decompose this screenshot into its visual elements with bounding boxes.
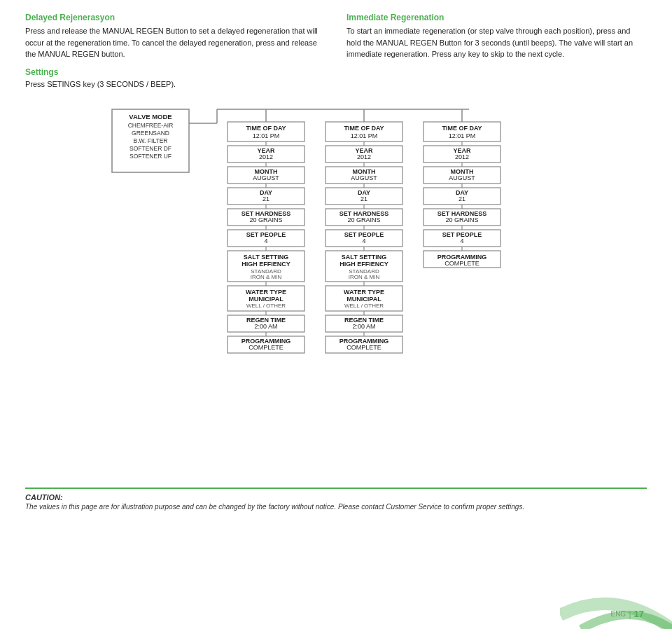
svg-text:SOFTENER UF: SOFTENER UF — [130, 153, 172, 160]
svg-text:COMPLETE: COMPLETE — [346, 344, 382, 351]
svg-text:2:00 AM: 2:00 AM — [352, 323, 375, 330]
svg-text:TIME OF DAY: TIME OF DAY — [246, 125, 286, 132]
settings-title: Settings — [25, 67, 326, 77]
svg-text:20 GRAINS: 20 GRAINS — [347, 216, 380, 223]
svg-text:TIME OF DAY: TIME OF DAY — [442, 125, 482, 132]
svg-text:WATER TYPE: WATER TYPE — [246, 289, 286, 296]
svg-text:WATER TYPE: WATER TYPE — [344, 289, 384, 296]
svg-text:HIGH EFFIENCY: HIGH EFFIENCY — [340, 261, 388, 268]
right-title: Immediate Regerenation — [346, 13, 647, 22]
svg-text:12:01 PM: 12:01 PM — [449, 132, 476, 139]
caution-text: The values in this page are for illustra… — [25, 503, 647, 511]
svg-text:2012: 2012 — [357, 153, 371, 160]
svg-text:AUGUST: AUGUST — [253, 174, 279, 181]
footer: CAUTION: The values in this page are for… — [25, 488, 647, 511]
svg-text:COMPLETE: COMPLETE — [248, 344, 284, 351]
svg-text:SALT SETTING: SALT SETTING — [244, 254, 288, 261]
svg-text:20 GRAINS: 20 GRAINS — [249, 216, 282, 223]
svg-text:MUNICIPAL: MUNICIPAL — [346, 296, 382, 303]
settings-body: Press SETINGS key (3 SECONDS / BEEP). — [25, 78, 326, 90]
svg-text:MUNICIPAL: MUNICIPAL — [248, 296, 284, 303]
svg-text:AUGUST: AUGUST — [449, 174, 475, 181]
svg-text:12:01 PM: 12:01 PM — [351, 132, 378, 139]
page-num: 17 — [634, 609, 644, 619]
svg-text:AUGUST: AUGUST — [351, 174, 377, 181]
svg-text:2012: 2012 — [455, 153, 469, 160]
page-number: ENG | 17 — [610, 609, 644, 619]
svg-text:WELL / OTHER: WELL / OTHER — [246, 303, 286, 309]
left-title: Delayed Rejenerasyon — [25, 13, 326, 22]
svg-text:HIGH EFFIENCY: HIGH EFFIENCY — [241, 261, 290, 268]
svg-text:IRON & MIN: IRON & MIN — [349, 274, 380, 280]
svg-text:12:01 PM: 12:01 PM — [253, 132, 280, 139]
svg-text:21: 21 — [458, 195, 465, 202]
svg-text:VALVE MODE: VALVE MODE — [129, 113, 172, 120]
svg-text:CHEMFREE-AIR: CHEMFREE-AIR — [128, 122, 174, 129]
svg-text:4: 4 — [264, 237, 267, 244]
svg-text:WELL / OTHER: WELL / OTHER — [344, 303, 384, 309]
svg-text:2012: 2012 — [259, 153, 273, 160]
svg-text:4: 4 — [460, 237, 463, 244]
svg-text:20 GRAINS: 20 GRAINS — [445, 216, 478, 223]
svg-text:B.W. FILTER: B.W. FILTER — [134, 137, 168, 144]
svg-text:21: 21 — [360, 195, 368, 202]
svg-text:4: 4 — [362, 237, 365, 244]
svg-text:SOFTENER DF: SOFTENER DF — [130, 145, 172, 152]
caution-label: CAUTION: — [25, 493, 647, 502]
svg-text:COMPLETE: COMPLETE — [444, 260, 479, 267]
deco-arc — [560, 580, 672, 629]
left-body: Press and release the MANUAL REGEN Butto… — [25, 25, 326, 60]
svg-text:SALT SETTING: SALT SETTING — [342, 254, 386, 261]
diagram-svg: VALVE MODE CHEMFREE-AIR GREENSAND B.W. F… — [105, 102, 567, 474]
page-lang: ENG — [610, 610, 626, 618]
svg-text:GREENSAND: GREENSAND — [132, 130, 169, 137]
svg-text:TIME OF DAY: TIME OF DAY — [344, 125, 384, 132]
diagram-area: VALVE MODE CHEMFREE-AIR GREENSAND B.W. F… — [25, 102, 647, 474]
svg-text:21: 21 — [262, 195, 270, 202]
svg-text:IRON & MIN: IRON & MIN — [251, 274, 282, 280]
right-body: To start an immediate regeneration (or s… — [346, 25, 647, 60]
svg-text:2:00 AM: 2:00 AM — [254, 323, 277, 330]
